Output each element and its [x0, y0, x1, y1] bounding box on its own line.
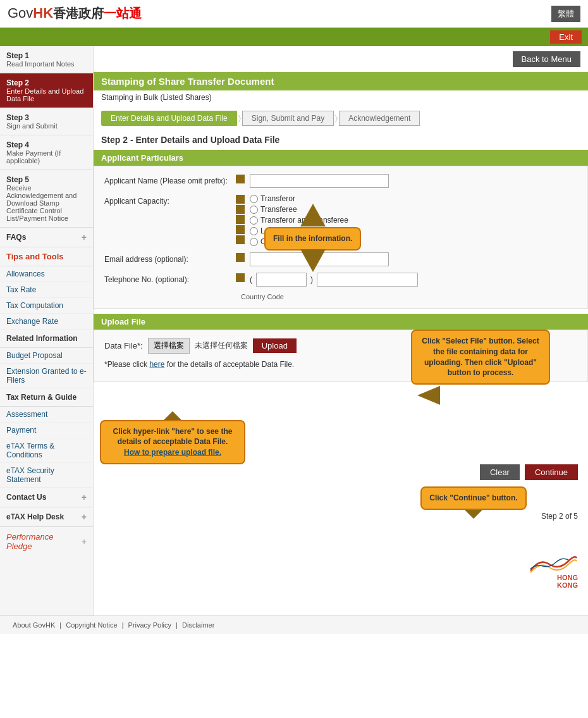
logo: GovHK香港政府一站通: [8, 5, 142, 22]
footer-about[interactable]: About GovHK: [13, 621, 55, 629]
step4-label: Step 4: [6, 140, 87, 149]
clear-button[interactable]: Clear: [480, 464, 520, 480]
radio-transferor[interactable]: Transferor: [250, 194, 348, 203]
sidebar-tips-tools[interactable]: Tips and Tools: [0, 247, 93, 266]
name-arrows: [231, 174, 250, 184]
down-arrow-svg: [300, 204, 326, 226]
content: Back to Menu Stamping of Share Transfer …: [94, 46, 588, 616]
sidebar-step-4[interactable]: Step 4 Make Payment (If applicable): [0, 135, 93, 170]
up-arrow-svg: [164, 411, 181, 420]
step4-desc: Make Payment (If applicable): [6, 149, 87, 164]
tel-field: ( ): [250, 273, 577, 287]
sidebar-step-5[interactable]: Step 5 Receive Acknowledgement and Downl…: [0, 170, 93, 228]
sidebar-link-tax-computation[interactable]: Tax Computation: [0, 298, 93, 314]
sidebar-link-tax-rate[interactable]: Tax Rate: [0, 282, 93, 298]
perf-plus-icon: +: [82, 536, 87, 547]
continue-arrow-up: [420, 510, 526, 521]
exit-button[interactable]: Exit: [550, 30, 582, 44]
sidebar-step-1[interactable]: Step 1 Read Important Notes: [0, 46, 93, 73]
step2-label: Step 2: [6, 78, 87, 87]
contact-plus-icon: +: [82, 492, 87, 502]
phone-group: ( ): [250, 273, 418, 287]
tooltip-select-arrow: [417, 386, 550, 406]
sidebar-step-3[interactable]: Step 3 Sign and Submit: [0, 108, 93, 135]
tooltip-continue-container: Click "Continue" button.: [420, 486, 526, 521]
here-link[interactable]: here: [149, 360, 164, 369]
footer-logo: HONGKONG: [94, 543, 588, 594]
tel-label: Telephone No. (optional):: [104, 273, 231, 284]
arrow-icon-7: [236, 253, 245, 262]
upload-button[interactable]: Upload: [253, 338, 297, 353]
page-title: Stamping of Share Transfer Document: [94, 72, 588, 90]
sidebar-related-info[interactable]: Related Information: [0, 330, 93, 348]
sidebar-link-assessment[interactable]: Assessment: [0, 407, 93, 423]
sidebar-link-allowances[interactable]: Allowances: [0, 266, 93, 282]
tab-arrow-2: 〉: [335, 114, 338, 123]
svg-marker-2: [417, 386, 440, 405]
radio-transferee-input[interactable]: [250, 206, 258, 214]
step-heading: Step 2 - Enter Details and Upload Data F…: [94, 130, 588, 150]
footer-privacy[interactable]: Privacy Policy: [128, 621, 171, 629]
arrow-icon-8: [236, 273, 245, 282]
performance-pledge[interactable]: PerformancePledge +: [0, 527, 93, 556]
step3-desc: Sign and Submit: [6, 122, 87, 130]
faqs-plus-icon: +: [82, 232, 87, 242]
name-field: [250, 174, 577, 188]
upload-section-header: Upload File: [94, 314, 588, 330]
tab-sign-submit[interactable]: Sign, Submit and Pay: [242, 111, 334, 126]
arrow-icon-5: [236, 225, 245, 234]
name-label: Applicant Name (Please omit prefix):: [104, 174, 231, 185]
sidebar-faqs[interactable]: FAQs +: [0, 228, 93, 247]
page-subtitle: Stamping in Bulk (Listed Shares): [94, 90, 588, 107]
radio-transferor-input[interactable]: [250, 195, 258, 203]
left-arrow-svg: [417, 386, 440, 405]
continue-arrow-svg: [465, 510, 482, 519]
radio-legal-input[interactable]: [250, 227, 258, 235]
country-code-label: Country Code: [241, 293, 577, 300]
tab-acknowledgement[interactable]: Acknowledgement: [339, 111, 420, 126]
sidebar-contact-us[interactable]: Contact Us +: [0, 488, 93, 507]
name-input[interactable]: [250, 174, 389, 188]
tab-enter-details[interactable]: Enter Details and Upload Data File: [101, 111, 237, 126]
sidebar-etax-help[interactable]: eTAX Help Desk +: [0, 507, 93, 527]
radio-other-input[interactable]: [250, 238, 258, 246]
sidebar-link-etax-security[interactable]: eTAX Security Statement: [0, 463, 93, 488]
sidebar-link-payment[interactable]: Payment: [0, 423, 93, 438]
sidebar-link-extension[interactable]: Extension Granted to e-Filers: [0, 364, 93, 388]
svg-marker-1: [300, 249, 326, 272]
step2-desc: Enter Details and Upload Data File: [6, 87, 87, 102]
radio-both-input[interactable]: [250, 216, 258, 225]
phone-number-input[interactable]: [317, 273, 418, 287]
continue-button[interactable]: Continue: [525, 464, 578, 480]
how-to-link[interactable]: How to prepare upload file.: [124, 448, 221, 457]
sidebar-link-exchange-rate[interactable]: Exchange Rate: [0, 314, 93, 330]
footer-disclaimer[interactable]: Disclaimer: [182, 621, 214, 629]
capacity-label: Applicant Capacity:: [104, 194, 231, 206]
sidebar-tax-return[interactable]: Tax Return & Guide: [0, 388, 93, 407]
choose-file-button[interactable]: 選擇檔案: [148, 338, 190, 354]
footer-copyright[interactable]: Copyright Notice: [66, 621, 117, 629]
step1-desc: Read Important Notes: [6, 60, 87, 68]
tooltip-select: Click "Select File" button. Select the f…: [411, 330, 550, 385]
back-to-menu-button[interactable]: Back to Menu: [513, 51, 581, 67]
lang-button[interactable]: 繁體: [551, 6, 580, 22]
logo-hk: HK: [33, 5, 53, 21]
hk-brand: HONGKONG: [527, 548, 578, 589]
tooltip-select-container: Click "Select File" button. Select the f…: [411, 330, 550, 406]
country-code-input[interactable]: [256, 273, 307, 287]
form-region: Applicant Name (Please omit prefix): App…: [94, 166, 588, 309]
applicant-section-header: Applicant Particulars: [94, 150, 588, 166]
page-footer: About GovHK | Copyright Notice | Privacy…: [0, 616, 588, 634]
name-row: Applicant Name (Please omit prefix):: [104, 174, 577, 188]
data-file-label: Data File*:: [104, 341, 143, 350]
tooltip-continue: Click "Continue" button.: [420, 486, 526, 510]
sidebar-step-2[interactable]: Step 2 Enter Details and Upload Data Fil…: [0, 73, 93, 108]
no-file-text: 未選擇任何檔案: [195, 340, 248, 351]
tooltip-fill: Fill in the information.: [264, 227, 361, 251]
logo-chinese: 香港政府一站通: [53, 6, 142, 20]
down-arrow-svg2: [300, 249, 326, 272]
svg-marker-4: [465, 510, 482, 519]
sidebar: Step 1 Read Important Notes Step 2 Enter…: [0, 46, 94, 616]
sidebar-link-budget[interactable]: Budget Proposal: [0, 348, 93, 364]
sidebar-link-etax-terms[interactable]: eTAX Terms & Conditions: [0, 438, 93, 463]
